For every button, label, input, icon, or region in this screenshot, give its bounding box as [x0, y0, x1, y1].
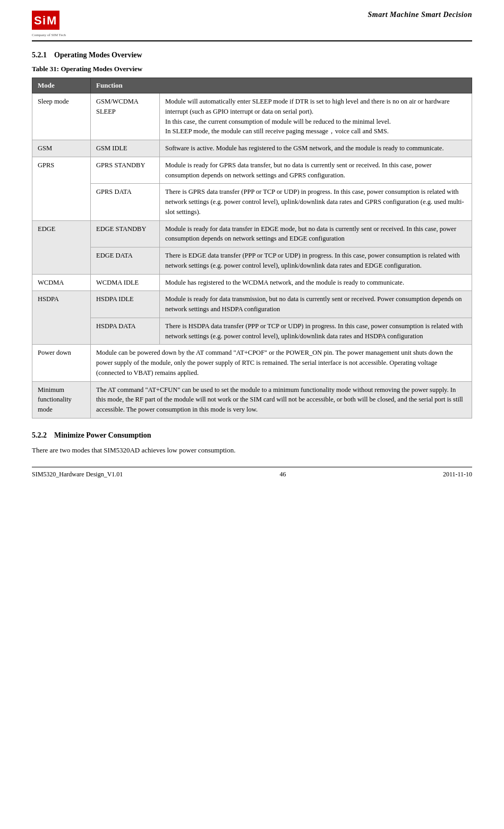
section-522-number: 5.2.2 [32, 431, 47, 439]
table-row: Power down Module can be powered down by… [32, 345, 472, 381]
cell-desc-powerdown: Module can be powered down by the AT com… [91, 345, 472, 381]
table-row: GPRS DATA There is GPRS data transfer (P… [32, 184, 472, 220]
footer-date: 2011-11-10 [443, 471, 472, 478]
cell-desc-minfunc: The AT command "AT+CFUN" can be used to … [91, 381, 472, 418]
header-title: Smart Machine Smart Decision [368, 11, 472, 19]
cell-func-gprs-standby: GPRS STANDBY [91, 157, 160, 184]
col-header-function: Function [91, 78, 472, 93]
cell-func-edge-data: EDGE DATA [91, 247, 160, 275]
cell-desc-gprs-standby: Module is ready for GPRS data transfer, … [160, 157, 472, 184]
cell-func-hsdpa-idle: HSDPA IDLE [91, 291, 160, 318]
page: S i M Company of SIM Tech Smart Machine … [0, 0, 504, 829]
cell-mode-gprs: GPRS [32, 157, 91, 220]
col-header-mode: Mode [32, 78, 91, 93]
cell-desc-gprs-data: There is GPRS data transfer (PPP or TCP … [160, 184, 472, 220]
cell-desc-sleep: Module will automatically enter SLEEP mo… [160, 93, 472, 140]
cell-func-wcdma-idle: WCDMA IDLE [91, 274, 160, 291]
table-row: EDGE DATA There is EDGE data transfer (P… [32, 247, 472, 275]
section-522: 5.2.2 Minimize Power Consumption There a… [32, 431, 472, 456]
table-row: GSM GSM IDLE Software is active. Module … [32, 140, 472, 157]
cell-desc-edge-data: There is EDGE data transfer (PPP or TCP … [160, 247, 472, 275]
cell-mode-edge: EDGE [32, 220, 91, 274]
table-title: Table 31: Operating Modes Overview [32, 65, 472, 73]
table-row: WCDMA WCDMA IDLE Module has registered t… [32, 274, 472, 291]
cell-mode-powerdown: Power down [32, 345, 91, 381]
section-521-heading: Operating Modes Overview [54, 51, 142, 59]
cell-func-hsdpa-data: HSDPA DATA [91, 318, 160, 345]
cell-desc-wcdma: Module has registered to the WCDMA netwo… [160, 274, 472, 291]
section-522-body: There are two modes that SIM5320AD achie… [32, 445, 472, 456]
table-row: HSDPA DATA There is HSDPA data transfer … [32, 318, 472, 345]
section-521-number: 5.2.1 [32, 51, 47, 59]
section-522-title: 5.2.2 Minimize Power Consumption [32, 431, 472, 440]
section-521-title: 5.2.1 Operating Modes Overview [32, 51, 472, 59]
cell-desc-edge-standby: Module is ready for data transfer in EDG… [160, 220, 472, 247]
operating-modes-table: Mode Function Sleep mode GSM/WCDMA SLEEP… [32, 78, 472, 418]
cell-mode-gsm: GSM [32, 140, 91, 157]
cell-desc-gsm: Software is active. Module has registere… [160, 140, 472, 157]
svg-text:M: M [47, 14, 56, 27]
cell-func-gprs-data: GPRS DATA [91, 184, 160, 220]
cell-func-gsm-idle: GSM IDLE [91, 140, 160, 157]
svg-text:i: i [42, 14, 46, 27]
sim-logo-icon: S i M [32, 11, 64, 33]
footer-page-number: 46 [280, 471, 286, 478]
svg-text:S: S [34, 14, 42, 27]
cell-mode-minfunc: Minimum functionality mode [32, 381, 91, 418]
footer-doc-name: SIM5320_Hardware Design_V1.01 [32, 471, 123, 478]
cell-desc-hsdpa-data: There is HSDPA data transfer (PPP or TCP… [160, 318, 472, 345]
page-header: S i M Company of SIM Tech Smart Machine … [32, 11, 472, 41]
cell-func-gsm-wcdma-sleep: GSM/WCDMA SLEEP [91, 93, 160, 140]
section-522-heading: Minimize Power Consumption [54, 431, 151, 439]
table-row: Sleep mode GSM/WCDMA SLEEP Module will a… [32, 93, 472, 140]
cell-mode-hsdpa: HSDPA [32, 291, 91, 345]
cell-func-edge-standby: EDGE STANDBY [91, 220, 160, 247]
table-row: EDGE EDGE STANDBY Module is ready for da… [32, 220, 472, 247]
page-footer: SIM5320_Hardware Design_V1.01 46 2011-11… [32, 467, 472, 478]
cell-mode-sleep: Sleep mode [32, 93, 91, 140]
cell-mode-wcdma: WCDMA [32, 274, 91, 291]
table-row: HSDPA HSDPA IDLE Module is ready for dat… [32, 291, 472, 318]
cell-desc-hsdpa-idle: Module is ready for data transmission, b… [160, 291, 472, 318]
logo-tagline: Company of SIM Tech [32, 33, 66, 37]
table-row: Minimum functionality mode The AT comman… [32, 381, 472, 418]
table-row: GPRS GPRS STANDBY Module is ready for GP… [32, 157, 472, 184]
logo-container: S i M Company of SIM Tech [32, 11, 66, 37]
